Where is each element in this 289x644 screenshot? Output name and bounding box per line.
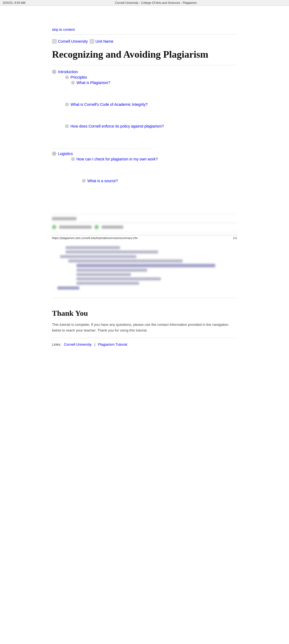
section-divider [52,148,153,149]
nav-code-integrity[interactable]: What is Cornell's Code of Academic Integ… [65,102,237,107]
plagiarism-icon [71,81,75,85]
unit-breadcrumb-icon [90,39,94,44]
code-integrity-icon [65,103,69,106]
principles-link[interactable]: Principles [70,75,87,79]
check-plagiarism-link[interactable]: How can I check for plagiarism in my own… [76,157,158,161]
breadcrumb-item-cornell[interactable]: Cornell University [52,39,88,44]
nav-what-is-plagiarism[interactable]: What is Plagiarism? [71,81,237,85]
breadcrumb: Cornell University Unit Name [52,39,237,45]
cornell-breadcrumb-icon [52,39,57,44]
check-plagiarism-icon [71,157,75,161]
browser-bar: 3/24/22, 8:59 AM Cornell University - Co… [0,0,289,6]
page-title: Recognizing and Avoiding Plagiarism [52,49,237,60]
enforce-policy-icon [65,124,69,128]
nav-enforce-policy[interactable]: How does Cornell enforce its policy agai… [65,124,237,128]
blurred-nav-lower [52,246,237,290]
plagiarism-link[interactable]: What is Plagiarism? [76,81,110,85]
cornell-university-link[interactable]: Cornell University [58,39,88,44]
top-divider [52,34,237,35]
browser-page-title: Cornell University - College Of Arts and… [115,1,197,4]
thank-you-bottom-divider [52,338,237,338]
links-prefix: Links: [52,342,61,346]
links-separator: | [94,342,95,346]
spacer-3 [52,129,237,146]
enforce-policy-link[interactable]: How does Cornell enforce its policy agai… [70,124,164,128]
skip-to-content-link[interactable]: skip to content [52,27,237,32]
thank-you-title: Thank You [52,309,237,318]
status-bar: https://plagiarism.arts.cornell.edu/tuto… [52,235,237,241]
blurred-exercises-section [52,214,237,232]
nav-principles[interactable]: Principles [65,75,237,79]
title-divider [52,65,237,65]
logistics-icon [52,151,56,156]
status-page-count: 1/1 [233,236,237,240]
principles-icon [65,75,69,79]
thank-you-links-section: Links: Cornell University | Plagiarism T… [52,342,237,346]
introduction-icon [52,70,56,74]
status-url: https://plagiarism.arts.cornell.edu/tuto… [52,236,138,240]
spacer-2 [52,108,237,124]
unit-name-link[interactable]: Unit Name [96,39,113,44]
nav-what-is-source[interactable]: What is a source? [82,179,237,183]
thank-you-section: Thank You This tutorial is complete. If … [52,309,237,346]
nav-introduction[interactable]: Introduction [52,70,237,74]
plagiarism-tutorial-footer-link[interactable]: Plagiarism Tutorial [98,342,127,346]
thank-you-text: This tutorial is complete. If you have a… [52,322,237,333]
nav-check-plagiarism[interactable]: How can I check for plagiarism in my own… [71,157,237,161]
spacer-1 [52,86,237,102]
code-integrity-link[interactable]: What is Cornell's Code of Academic Integ… [70,102,148,107]
nav-section: Introduction Principles What is Plagiari… [52,70,237,206]
source-link[interactable]: What is a source? [87,179,118,183]
spacer-5 [52,184,237,206]
introduction-link[interactable]: Introduction [58,70,78,74]
spacer-4 [52,162,237,179]
logistics-link[interactable]: Logistics [58,151,73,156]
cornell-university-footer-link[interactable]: Cornell University [64,342,92,346]
breadcrumb-item-unit[interactable]: Unit Name [90,39,113,44]
thank-you-divider [52,298,237,298]
nav-logistics[interactable]: Logistics [52,151,237,156]
source-icon [82,179,86,183]
browser-datetime: 3/24/22, 8:59 AM [3,1,25,4]
